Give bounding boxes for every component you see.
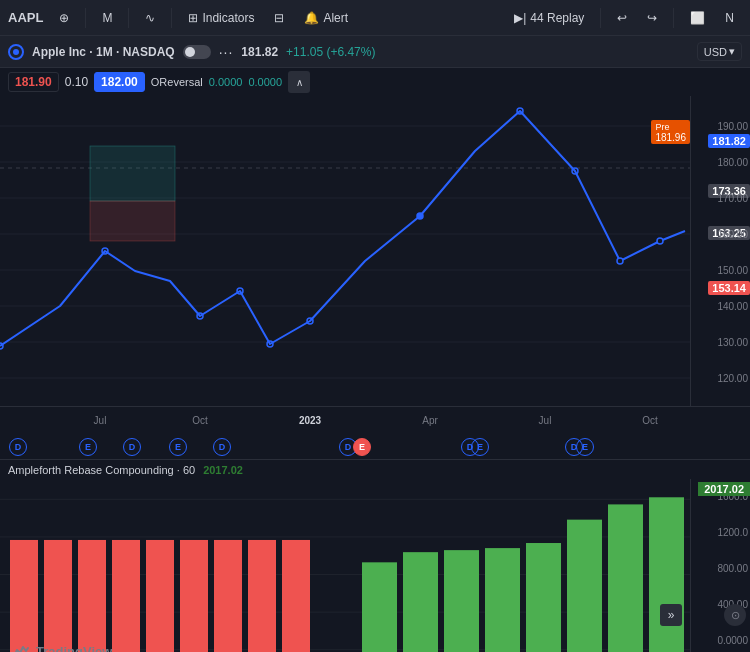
svg-rect-43: [649, 497, 684, 652]
chart-type-button[interactable]: ∿: [137, 7, 163, 29]
pre-label: Pre: [655, 122, 669, 132]
svg-point-20: [617, 258, 623, 264]
chevron-down-icon: ▾: [729, 45, 735, 58]
svg-rect-35: [282, 540, 310, 652]
templates-button[interactable]: ⊟: [266, 7, 292, 29]
svg-rect-34: [248, 540, 276, 652]
pre-price: 181.96: [655, 132, 686, 143]
clock-icon: ⊙: [731, 609, 740, 622]
more-options-icon[interactable]: ···: [219, 44, 234, 60]
add-symbol-button[interactable]: ⊕: [51, 7, 77, 29]
event-e1[interactable]: E: [79, 438, 97, 456]
settings-button[interactable]: N: [717, 7, 742, 29]
indicators-button[interactable]: ⊞ Indicators: [180, 7, 262, 29]
divider1: [85, 8, 86, 28]
price-label-170: 170.00: [717, 193, 748, 204]
goto-date-button[interactable]: ⊙: [724, 604, 746, 626]
main-chart[interactable]: [0, 96, 690, 406]
svg-rect-29: [78, 540, 106, 652]
svg-rect-36: [362, 562, 397, 652]
symbol-dot-inner: [13, 49, 19, 55]
price-input-2[interactable]: 182.00: [94, 72, 145, 92]
price-input-1[interactable]: 181.90: [8, 72, 59, 92]
interval-button[interactable]: M: [94, 7, 120, 29]
toolbar-right: ▶| 44 Replay ↩ ↪ ⬜ N: [506, 7, 742, 29]
menu-icon: N: [725, 11, 734, 25]
price-label-140: 140.00: [717, 301, 748, 312]
svg-rect-9: [90, 146, 175, 201]
tradingview-text: TradingView: [36, 644, 112, 653]
price-153-val: 153.14: [712, 282, 746, 294]
add-icon: ⊕: [59, 11, 69, 25]
time-oct: Oct: [192, 415, 208, 426]
tv-logo-icon: [12, 642, 30, 652]
main-chart-container: Pre 181.96 181.82 173.36 163.25 153.14 1…: [0, 96, 750, 406]
price-label-150: 150.00: [717, 265, 748, 276]
event-markers-row: D E D E D D E D E D E: [0, 434, 750, 460]
event-d2[interactable]: D: [123, 438, 141, 456]
replay-icon: ▶|: [514, 11, 526, 25]
redo-icon: ↪: [647, 11, 657, 25]
symbol-full-name[interactable]: Apple Inc · 1M · NASDAQ: [32, 45, 175, 59]
symbol-label[interactable]: AAPL: [8, 10, 43, 25]
expand-button[interactable]: »: [660, 604, 682, 626]
bottom-chart-main[interactable]: TradingView: [0, 479, 690, 652]
divider3: [171, 8, 172, 28]
chart-type-icon: ∿: [145, 11, 155, 25]
current-price-badge-val: 181.82: [712, 135, 746, 147]
indicator-label: OReversal: [151, 76, 203, 88]
bottom-chart-title-row: Ampleforth Rebase Compounding · 60 2017.…: [0, 460, 750, 479]
bottom-chart-axis: 1600.0 1200.0 800.00 400.00 0.0000: [690, 479, 750, 652]
price-axis: Pre 181.96 181.82 173.36 163.25 153.14 1…: [690, 96, 750, 406]
interval-label: M: [102, 11, 112, 25]
fullscreen-button[interactable]: ⬜: [682, 7, 713, 29]
price-change: +11.05 (+6.47%): [286, 45, 375, 59]
price-inputs-row: 181.90 0.10 182.00 OReversal 0.0000 0.00…: [0, 68, 750, 96]
svg-rect-41: [567, 520, 602, 652]
bottom-chart-svg: [0, 479, 690, 652]
divider5: [673, 8, 674, 28]
time-axis: Jul Oct 2023 Apr Jul Oct: [0, 406, 750, 434]
time-2023: 2023: [299, 415, 321, 426]
svg-rect-32: [180, 540, 208, 652]
indicator-val1: 0.0000: [209, 76, 243, 88]
svg-point-17: [417, 213, 423, 219]
indicators-icon: ⊞: [188, 11, 198, 25]
event-e-red[interactable]: E: [353, 438, 371, 456]
svg-rect-31: [146, 540, 174, 652]
symbol-toggle[interactable]: [183, 45, 211, 59]
current-price-badge: 181.82: [708, 134, 750, 148]
price-label-160: 160.00: [717, 229, 748, 240]
fullscreen-icon: ⬜: [690, 11, 705, 25]
svg-rect-30: [112, 540, 140, 652]
pre-price-badge: Pre 181.96: [651, 120, 690, 144]
currency-label: USD: [704, 46, 727, 58]
event-d3[interactable]: D: [213, 438, 231, 456]
event-e2[interactable]: E: [169, 438, 187, 456]
templates-icon: ⊟: [274, 11, 284, 25]
alert-label: Alert: [323, 11, 348, 25]
svg-rect-37: [403, 552, 438, 652]
price-label-120: 120.00: [717, 373, 748, 384]
time-apr: Apr: [422, 415, 438, 426]
chevron-up-icon: ∧: [296, 77, 303, 88]
undo-button[interactable]: ↩: [609, 7, 635, 29]
tradingview-logo: TradingView: [12, 642, 112, 652]
price-badge-153: 153.14: [708, 281, 750, 295]
bottom-chart-section: Ampleforth Rebase Compounding · 60 2017.…: [0, 460, 750, 652]
redo-button[interactable]: ↪: [639, 7, 665, 29]
alert-button[interactable]: 🔔 Alert: [296, 7, 356, 29]
price-label-130: 130.00: [717, 337, 748, 348]
replay-button[interactable]: ▶| 44 Replay: [506, 7, 592, 29]
currency-selector[interactable]: USD ▾: [697, 42, 742, 61]
event-d1[interactable]: D: [9, 438, 27, 456]
svg-rect-10: [90, 201, 175, 241]
main-toolbar: AAPL ⊕ M ∿ ⊞ Indicators ⊟ 🔔 Alert ▶| 44 …: [0, 0, 750, 36]
bottom-chart-value: 2017.02: [203, 464, 243, 476]
collapse-button[interactable]: ∧: [288, 71, 310, 93]
divider4: [600, 8, 601, 28]
event-e3[interactable]: E: [471, 438, 489, 456]
divider2: [128, 8, 129, 28]
info-bar: Apple Inc · 1M · NASDAQ ··· 181.82 +11.0…: [0, 36, 750, 68]
event-e4[interactable]: E: [576, 438, 594, 456]
